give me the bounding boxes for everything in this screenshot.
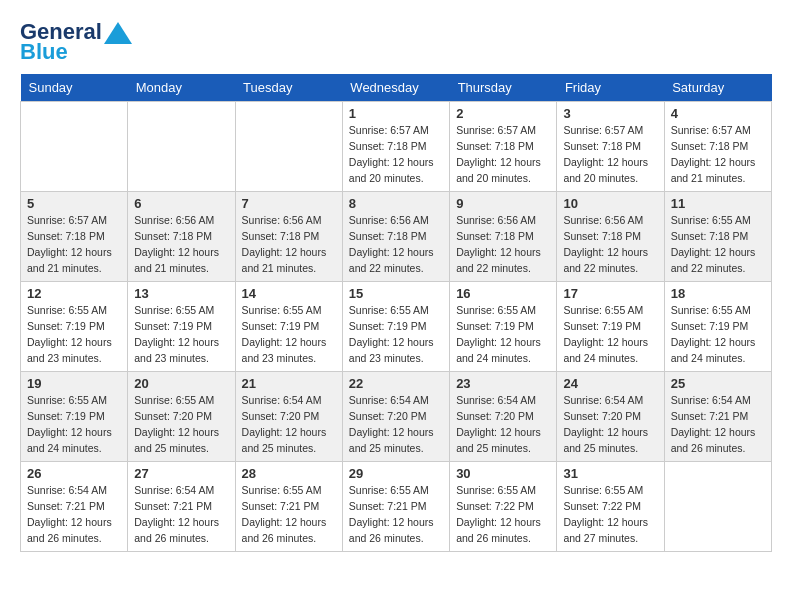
day-number: 16 — [456, 286, 550, 301]
calendar-cell — [235, 102, 342, 192]
calendar-cell: 9Sunrise: 6:56 AM Sunset: 7:18 PM Daylig… — [450, 192, 557, 282]
day-number: 4 — [671, 106, 765, 121]
day-number: 1 — [349, 106, 443, 121]
calendar-cell: 24Sunrise: 6:54 AM Sunset: 7:20 PM Dayli… — [557, 372, 664, 462]
day-info: Sunrise: 6:56 AM Sunset: 7:18 PM Dayligh… — [134, 213, 228, 276]
day-number: 27 — [134, 466, 228, 481]
calendar-cell: 6Sunrise: 6:56 AM Sunset: 7:18 PM Daylig… — [128, 192, 235, 282]
calendar-cell — [21, 102, 128, 192]
day-info: Sunrise: 6:57 AM Sunset: 7:18 PM Dayligh… — [349, 123, 443, 186]
day-info: Sunrise: 6:55 AM Sunset: 7:19 PM Dayligh… — [27, 303, 121, 366]
weekday-header: Monday — [128, 74, 235, 102]
calendar-header-row: SundayMondayTuesdayWednesdayThursdayFrid… — [21, 74, 772, 102]
day-number: 3 — [563, 106, 657, 121]
day-info: Sunrise: 6:55 AM Sunset: 7:22 PM Dayligh… — [456, 483, 550, 546]
day-info: Sunrise: 6:54 AM Sunset: 7:21 PM Dayligh… — [671, 393, 765, 456]
day-number: 19 — [27, 376, 121, 391]
day-info: Sunrise: 6:55 AM Sunset: 7:19 PM Dayligh… — [242, 303, 336, 366]
calendar-cell: 25Sunrise: 6:54 AM Sunset: 7:21 PM Dayli… — [664, 372, 771, 462]
calendar-cell: 16Sunrise: 6:55 AM Sunset: 7:19 PM Dayli… — [450, 282, 557, 372]
day-info: Sunrise: 6:55 AM Sunset: 7:20 PM Dayligh… — [134, 393, 228, 456]
calendar-cell: 21Sunrise: 6:54 AM Sunset: 7:20 PM Dayli… — [235, 372, 342, 462]
calendar-cell: 3Sunrise: 6:57 AM Sunset: 7:18 PM Daylig… — [557, 102, 664, 192]
calendar-cell: 15Sunrise: 6:55 AM Sunset: 7:19 PM Dayli… — [342, 282, 449, 372]
calendar-week-row: 26Sunrise: 6:54 AM Sunset: 7:21 PM Dayli… — [21, 462, 772, 552]
calendar-cell: 7Sunrise: 6:56 AM Sunset: 7:18 PM Daylig… — [235, 192, 342, 282]
day-info: Sunrise: 6:54 AM Sunset: 7:20 PM Dayligh… — [456, 393, 550, 456]
calendar-cell: 18Sunrise: 6:55 AM Sunset: 7:19 PM Dayli… — [664, 282, 771, 372]
day-number: 21 — [242, 376, 336, 391]
day-number: 15 — [349, 286, 443, 301]
calendar-table: SundayMondayTuesdayWednesdayThursdayFrid… — [20, 74, 772, 552]
day-info: Sunrise: 6:56 AM Sunset: 7:18 PM Dayligh… — [563, 213, 657, 276]
calendar-cell: 13Sunrise: 6:55 AM Sunset: 7:19 PM Dayli… — [128, 282, 235, 372]
day-number: 8 — [349, 196, 443, 211]
day-info: Sunrise: 6:57 AM Sunset: 7:18 PM Dayligh… — [563, 123, 657, 186]
day-info: Sunrise: 6:54 AM Sunset: 7:20 PM Dayligh… — [242, 393, 336, 456]
day-number: 2 — [456, 106, 550, 121]
calendar-cell: 12Sunrise: 6:55 AM Sunset: 7:19 PM Dayli… — [21, 282, 128, 372]
day-number: 26 — [27, 466, 121, 481]
calendar-cell: 31Sunrise: 6:55 AM Sunset: 7:22 PM Dayli… — [557, 462, 664, 552]
day-info: Sunrise: 6:55 AM Sunset: 7:19 PM Dayligh… — [349, 303, 443, 366]
day-info: Sunrise: 6:55 AM Sunset: 7:22 PM Dayligh… — [563, 483, 657, 546]
day-info: Sunrise: 6:54 AM Sunset: 7:21 PM Dayligh… — [27, 483, 121, 546]
day-number: 23 — [456, 376, 550, 391]
day-number: 7 — [242, 196, 336, 211]
calendar-cell: 1Sunrise: 6:57 AM Sunset: 7:18 PM Daylig… — [342, 102, 449, 192]
day-info: Sunrise: 6:57 AM Sunset: 7:18 PM Dayligh… — [671, 123, 765, 186]
calendar-cell: 27Sunrise: 6:54 AM Sunset: 7:21 PM Dayli… — [128, 462, 235, 552]
calendar-cell: 22Sunrise: 6:54 AM Sunset: 7:20 PM Dayli… — [342, 372, 449, 462]
day-number: 18 — [671, 286, 765, 301]
calendar-cell: 2Sunrise: 6:57 AM Sunset: 7:18 PM Daylig… — [450, 102, 557, 192]
day-number: 12 — [27, 286, 121, 301]
calendar-cell: 30Sunrise: 6:55 AM Sunset: 7:22 PM Dayli… — [450, 462, 557, 552]
day-info: Sunrise: 6:56 AM Sunset: 7:18 PM Dayligh… — [349, 213, 443, 276]
day-number: 13 — [134, 286, 228, 301]
day-info: Sunrise: 6:55 AM Sunset: 7:21 PM Dayligh… — [349, 483, 443, 546]
calendar-cell: 19Sunrise: 6:55 AM Sunset: 7:19 PM Dayli… — [21, 372, 128, 462]
svg-marker-0 — [104, 22, 132, 44]
day-number: 14 — [242, 286, 336, 301]
day-number: 28 — [242, 466, 336, 481]
day-info: Sunrise: 6:55 AM Sunset: 7:19 PM Dayligh… — [563, 303, 657, 366]
day-info: Sunrise: 6:57 AM Sunset: 7:18 PM Dayligh… — [27, 213, 121, 276]
day-number: 6 — [134, 196, 228, 211]
day-info: Sunrise: 6:55 AM Sunset: 7:19 PM Dayligh… — [456, 303, 550, 366]
weekday-header: Tuesday — [235, 74, 342, 102]
calendar-cell — [664, 462, 771, 552]
calendar-cell: 29Sunrise: 6:55 AM Sunset: 7:21 PM Dayli… — [342, 462, 449, 552]
calendar-cell — [128, 102, 235, 192]
calendar-cell: 11Sunrise: 6:55 AM Sunset: 7:18 PM Dayli… — [664, 192, 771, 282]
weekday-header: Thursday — [450, 74, 557, 102]
calendar-week-row: 1Sunrise: 6:57 AM Sunset: 7:18 PM Daylig… — [21, 102, 772, 192]
day-number: 10 — [563, 196, 657, 211]
calendar-cell: 10Sunrise: 6:56 AM Sunset: 7:18 PM Dayli… — [557, 192, 664, 282]
calendar-cell: 28Sunrise: 6:55 AM Sunset: 7:21 PM Dayli… — [235, 462, 342, 552]
day-number: 20 — [134, 376, 228, 391]
weekday-header: Sunday — [21, 74, 128, 102]
calendar-week-row: 12Sunrise: 6:55 AM Sunset: 7:19 PM Dayli… — [21, 282, 772, 372]
calendar-week-row: 19Sunrise: 6:55 AM Sunset: 7:19 PM Dayli… — [21, 372, 772, 462]
calendar-cell: 20Sunrise: 6:55 AM Sunset: 7:20 PM Dayli… — [128, 372, 235, 462]
day-number: 5 — [27, 196, 121, 211]
day-number: 30 — [456, 466, 550, 481]
weekday-header: Wednesday — [342, 74, 449, 102]
weekday-header: Saturday — [664, 74, 771, 102]
calendar-cell: 17Sunrise: 6:55 AM Sunset: 7:19 PM Dayli… — [557, 282, 664, 372]
day-info: Sunrise: 6:54 AM Sunset: 7:20 PM Dayligh… — [563, 393, 657, 456]
day-number: 31 — [563, 466, 657, 481]
calendar-cell: 5Sunrise: 6:57 AM Sunset: 7:18 PM Daylig… — [21, 192, 128, 282]
calendar-cell: 26Sunrise: 6:54 AM Sunset: 7:21 PM Dayli… — [21, 462, 128, 552]
day-info: Sunrise: 6:55 AM Sunset: 7:19 PM Dayligh… — [671, 303, 765, 366]
day-number: 29 — [349, 466, 443, 481]
day-number: 11 — [671, 196, 765, 211]
logo: General Blue — [20, 20, 132, 64]
day-number: 24 — [563, 376, 657, 391]
calendar-cell: 23Sunrise: 6:54 AM Sunset: 7:20 PM Dayli… — [450, 372, 557, 462]
day-number: 25 — [671, 376, 765, 391]
calendar-cell: 14Sunrise: 6:55 AM Sunset: 7:19 PM Dayli… — [235, 282, 342, 372]
day-number: 9 — [456, 196, 550, 211]
day-info: Sunrise: 6:54 AM Sunset: 7:21 PM Dayligh… — [134, 483, 228, 546]
weekday-header: Friday — [557, 74, 664, 102]
